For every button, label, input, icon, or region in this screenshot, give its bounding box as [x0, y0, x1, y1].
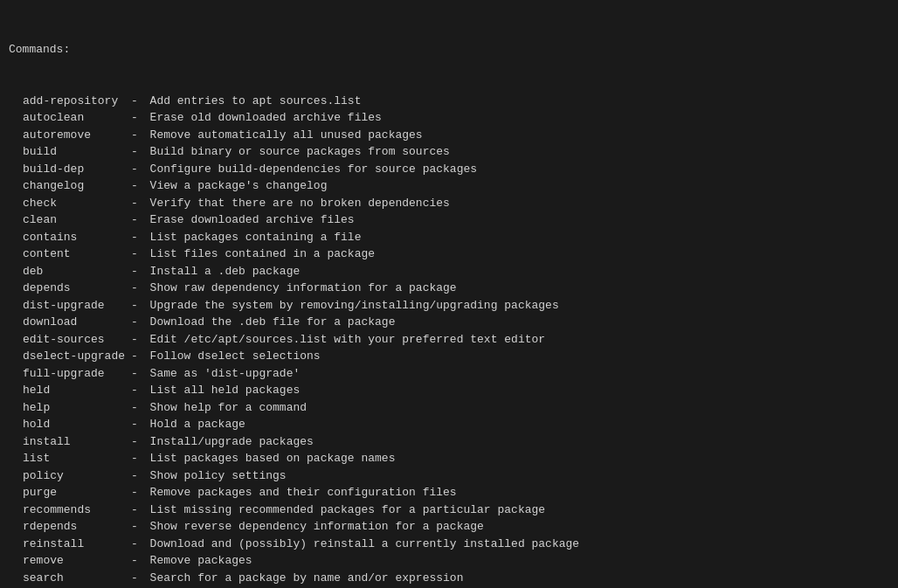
- command-dash: -: [131, 246, 145, 263]
- terminal-window: Commands: add-repository- Add entries to…: [9, 7, 889, 588]
- command-name: clean: [9, 211, 131, 229]
- command-dash: -: [131, 109, 145, 127]
- command-name: reinstall: [9, 536, 131, 553]
- command-row: policy- Show policy settings: [9, 467, 889, 485]
- command-dash: -: [131, 348, 145, 365]
- command-dash: -: [131, 263, 145, 280]
- command-row: full-upgrade- Same as 'dist-upgrade': [9, 365, 889, 383]
- command-name: deb: [9, 263, 131, 280]
- command-dash: -: [131, 297, 145, 315]
- command-row: reinstall- Download and (possibly) reins…: [9, 536, 889, 553]
- command-description: Upgrade the system by removing/installin…: [150, 297, 559, 315]
- command-name: purge: [9, 484, 131, 502]
- command-row: clean- Erase downloaded archive files: [9, 211, 889, 229]
- command-description: Erase downloaded archive files: [150, 211, 355, 229]
- command-dash: -: [131, 518, 145, 536]
- command-row: changelog- View a package's changelog: [9, 177, 889, 195]
- command-description: Edit /etc/apt/sources.list with your pre…: [150, 331, 545, 349]
- command-row: dist-upgrade- Upgrade the system by remo…: [9, 297, 889, 315]
- command-dash: -: [131, 433, 145, 451]
- command-row: install- Install/upgrade packages: [9, 433, 889, 451]
- command-dash: -: [131, 177, 145, 195]
- command-name: full-upgrade: [9, 365, 131, 383]
- command-row: hold- Hold a package: [9, 416, 889, 433]
- command-description: Remove packages and their configuration …: [150, 484, 457, 502]
- command-dash: -: [131, 280, 145, 297]
- command-description: List packages based on package names: [150, 450, 396, 467]
- command-dash: -: [131, 536, 145, 553]
- command-description: Same as 'dist-upgrade': [150, 365, 300, 383]
- command-dash: -: [131, 143, 145, 161]
- command-dash: -: [131, 450, 145, 467]
- command-description: Erase old downloaded archive files: [150, 109, 382, 127]
- command-name: dselect-upgrade: [9, 348, 131, 365]
- command-description: List missing recommended packages for a …: [150, 502, 545, 519]
- command-dash: -: [131, 570, 145, 587]
- command-row: build-dep- Configure build-dependencies …: [9, 161, 889, 178]
- command-row: deb- Install a .deb package: [9, 263, 889, 280]
- command-row: rdepends- Show reverse dependency inform…: [9, 518, 889, 536]
- command-name: recommends: [9, 502, 131, 519]
- command-dash: -: [131, 484, 145, 502]
- command-dash: -: [131, 365, 145, 383]
- command-name: list: [9, 450, 131, 467]
- command-row: help- Show help for a command: [9, 399, 889, 417]
- command-row: list- List packages based on package nam…: [9, 450, 889, 467]
- command-description: Show help for a command: [150, 399, 307, 417]
- command-row: add-repository- Add entries to apt sourc…: [9, 93, 889, 110]
- command-name: install: [9, 433, 131, 451]
- command-row: autoclean- Erase old downloaded archive …: [9, 109, 889, 127]
- command-dash: -: [131, 211, 145, 229]
- command-name: search: [9, 570, 131, 587]
- command-description: Configure build-dependencies for source …: [150, 161, 477, 178]
- command-dash: -: [131, 93, 145, 110]
- command-row: content- List files contained in a packa…: [9, 246, 889, 263]
- command-description: Install a .deb package: [150, 263, 300, 280]
- command-description: Hold a package: [150, 416, 245, 433]
- command-dash: -: [131, 314, 145, 331]
- command-name: policy: [9, 467, 131, 485]
- command-description: Search for a package by name and/or expr…: [150, 570, 464, 587]
- command-row: remove- Remove packages: [9, 552, 889, 570]
- command-dash: -: [131, 382, 145, 399]
- command-name: help: [9, 399, 131, 417]
- command-description: View a package's changelog: [150, 177, 328, 195]
- command-name: depends: [9, 280, 131, 297]
- command-dash: -: [131, 416, 145, 433]
- command-name: autoclean: [9, 109, 131, 127]
- command-name: contains: [9, 229, 131, 246]
- command-name: check: [9, 195, 131, 212]
- command-row: check- Verify that there are no broken d…: [9, 195, 889, 212]
- command-dash: -: [131, 195, 145, 212]
- command-description: List all held packages: [150, 382, 300, 399]
- command-description: Download the .deb file for a package: [150, 314, 396, 331]
- command-name: held: [9, 382, 131, 399]
- command-name: build: [9, 143, 131, 161]
- command-row: search- Search for a package by name and…: [9, 570, 889, 587]
- command-description: Show reverse dependency information for …: [150, 518, 484, 536]
- command-dash: -: [131, 502, 145, 519]
- command-description: Verify that there are no broken dependen…: [150, 195, 450, 212]
- commands-list: add-repository- Add entries to apt sourc…: [9, 93, 889, 589]
- command-dash: -: [131, 127, 145, 144]
- command-row: autoremove- Remove automatically all unu…: [9, 127, 889, 144]
- command-name: dist-upgrade: [9, 297, 131, 315]
- command-description: Build binary or source packages from sou…: [150, 143, 450, 161]
- command-row: download- Download the .deb file for a p…: [9, 314, 889, 331]
- command-description: List packages containing a file: [150, 229, 362, 246]
- command-name: add-repository: [9, 93, 131, 110]
- command-description: Show policy settings: [150, 467, 287, 485]
- command-dash: -: [131, 467, 145, 485]
- command-row: recommends- List missing recommended pac…: [9, 502, 889, 519]
- command-description: Add entries to apt sources.list: [150, 93, 362, 110]
- command-name: remove: [9, 552, 131, 570]
- command-row: depends- Show raw dependency information…: [9, 280, 889, 297]
- command-row: build- Build binary or source packages f…: [9, 143, 889, 161]
- command-dash: -: [131, 552, 145, 570]
- command-dash: -: [131, 399, 145, 417]
- command-name: changelog: [9, 177, 131, 195]
- command-description: List files contained in a package: [150, 246, 375, 263]
- command-name: build-dep: [9, 161, 131, 178]
- command-row: dselect-upgrade- Follow dselect selectio…: [9, 348, 889, 365]
- command-description: Show raw dependency information for a pa…: [150, 280, 457, 297]
